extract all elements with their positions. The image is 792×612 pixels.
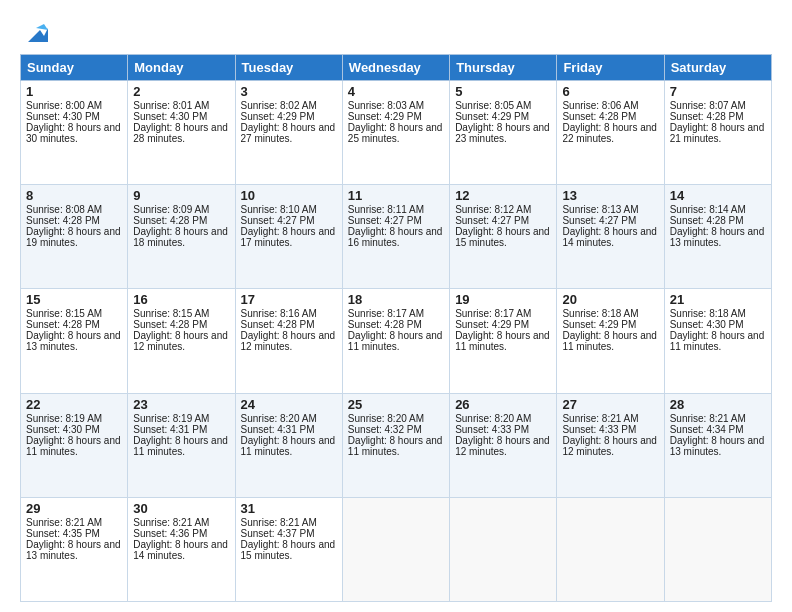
calendar-cell: 17Sunrise: 8:16 AMSunset: 4:28 PMDayligh… bbox=[235, 289, 342, 393]
day-number: 16 bbox=[133, 292, 229, 307]
day-number: 29 bbox=[26, 501, 122, 516]
day-number: 8 bbox=[26, 188, 122, 203]
sunrise-text: Sunrise: 8:18 AM bbox=[562, 308, 638, 319]
day-number: 25 bbox=[348, 397, 444, 412]
calendar-cell: 16Sunrise: 8:15 AMSunset: 4:28 PMDayligh… bbox=[128, 289, 235, 393]
day-number: 22 bbox=[26, 397, 122, 412]
daylight-text: Daylight: 8 hours and 28 minutes. bbox=[133, 122, 228, 144]
sunset-text: Sunset: 4:30 PM bbox=[670, 319, 744, 330]
calendar-cell: 10Sunrise: 8:10 AMSunset: 4:27 PMDayligh… bbox=[235, 185, 342, 289]
day-number: 3 bbox=[241, 84, 337, 99]
sunrise-text: Sunrise: 8:19 AM bbox=[133, 413, 209, 424]
sunset-text: Sunset: 4:28 PM bbox=[348, 319, 422, 330]
daylight-text: Daylight: 8 hours and 18 minutes. bbox=[133, 226, 228, 248]
daylight-text: Daylight: 8 hours and 14 minutes. bbox=[133, 539, 228, 561]
daylight-text: Daylight: 8 hours and 23 minutes. bbox=[455, 122, 550, 144]
daylight-text: Daylight: 8 hours and 19 minutes. bbox=[26, 226, 121, 248]
daylight-text: Daylight: 8 hours and 11 minutes. bbox=[455, 330, 550, 352]
sunset-text: Sunset: 4:28 PM bbox=[26, 319, 100, 330]
day-number: 30 bbox=[133, 501, 229, 516]
calendar-cell: 23Sunrise: 8:19 AMSunset: 4:31 PMDayligh… bbox=[128, 393, 235, 497]
calendar-header-row: SundayMondayTuesdayWednesdayThursdayFrid… bbox=[21, 55, 772, 81]
day-number: 9 bbox=[133, 188, 229, 203]
calendar-cell: 12Sunrise: 8:12 AMSunset: 4:27 PMDayligh… bbox=[450, 185, 557, 289]
day-number: 27 bbox=[562, 397, 658, 412]
sunset-text: Sunset: 4:36 PM bbox=[133, 528, 207, 539]
daylight-text: Daylight: 8 hours and 15 minutes. bbox=[455, 226, 550, 248]
day-number: 20 bbox=[562, 292, 658, 307]
daylight-text: Daylight: 8 hours and 30 minutes. bbox=[26, 122, 121, 144]
daylight-text: Daylight: 8 hours and 11 minutes. bbox=[26, 435, 121, 457]
calendar-cell bbox=[342, 497, 449, 601]
daylight-text: Daylight: 8 hours and 12 minutes. bbox=[455, 435, 550, 457]
daylight-text: Daylight: 8 hours and 11 minutes. bbox=[670, 330, 765, 352]
day-number: 19 bbox=[455, 292, 551, 307]
day-number: 6 bbox=[562, 84, 658, 99]
sunset-text: Sunset: 4:29 PM bbox=[562, 319, 636, 330]
sunset-text: Sunset: 4:30 PM bbox=[133, 111, 207, 122]
day-number: 4 bbox=[348, 84, 444, 99]
calendar-week-2: 8Sunrise: 8:08 AMSunset: 4:28 PMDaylight… bbox=[21, 185, 772, 289]
calendar-cell: 25Sunrise: 8:20 AMSunset: 4:32 PMDayligh… bbox=[342, 393, 449, 497]
daylight-text: Daylight: 8 hours and 17 minutes. bbox=[241, 226, 336, 248]
sunrise-text: Sunrise: 8:10 AM bbox=[241, 204, 317, 215]
sunset-text: Sunset: 4:35 PM bbox=[26, 528, 100, 539]
daylight-text: Daylight: 8 hours and 11 minutes. bbox=[133, 435, 228, 457]
day-number: 14 bbox=[670, 188, 766, 203]
calendar-cell: 4Sunrise: 8:03 AMSunset: 4:29 PMDaylight… bbox=[342, 81, 449, 185]
day-number: 23 bbox=[133, 397, 229, 412]
sunset-text: Sunset: 4:28 PM bbox=[562, 111, 636, 122]
sunrise-text: Sunrise: 8:08 AM bbox=[26, 204, 102, 215]
daylight-text: Daylight: 8 hours and 12 minutes. bbox=[562, 435, 657, 457]
sunset-text: Sunset: 4:31 PM bbox=[133, 424, 207, 435]
daylight-text: Daylight: 8 hours and 13 minutes. bbox=[26, 539, 121, 561]
calendar-cell: 20Sunrise: 8:18 AMSunset: 4:29 PMDayligh… bbox=[557, 289, 664, 393]
daylight-text: Daylight: 8 hours and 11 minutes. bbox=[348, 330, 443, 352]
daylight-text: Daylight: 8 hours and 16 minutes. bbox=[348, 226, 443, 248]
calendar-cell: 19Sunrise: 8:17 AMSunset: 4:29 PMDayligh… bbox=[450, 289, 557, 393]
sunset-text: Sunset: 4:32 PM bbox=[348, 424, 422, 435]
sunset-text: Sunset: 4:28 PM bbox=[133, 319, 207, 330]
calendar-week-4: 22Sunrise: 8:19 AMSunset: 4:30 PMDayligh… bbox=[21, 393, 772, 497]
day-number: 17 bbox=[241, 292, 337, 307]
sunset-text: Sunset: 4:34 PM bbox=[670, 424, 744, 435]
daylight-text: Daylight: 8 hours and 13 minutes. bbox=[670, 226, 765, 248]
sunrise-text: Sunrise: 8:15 AM bbox=[26, 308, 102, 319]
calendar-cell: 21Sunrise: 8:18 AMSunset: 4:30 PMDayligh… bbox=[664, 289, 771, 393]
sunset-text: Sunset: 4:29 PM bbox=[348, 111, 422, 122]
calendar-cell: 31Sunrise: 8:21 AMSunset: 4:37 PMDayligh… bbox=[235, 497, 342, 601]
sunrise-text: Sunrise: 8:20 AM bbox=[348, 413, 424, 424]
calendar-cell: 6Sunrise: 8:06 AMSunset: 4:28 PMDaylight… bbox=[557, 81, 664, 185]
sunset-text: Sunset: 4:33 PM bbox=[455, 424, 529, 435]
calendar-table: SundayMondayTuesdayWednesdayThursdayFrid… bbox=[20, 54, 772, 602]
logo-icon bbox=[22, 20, 50, 48]
daylight-text: Daylight: 8 hours and 12 minutes. bbox=[133, 330, 228, 352]
calendar-cell: 14Sunrise: 8:14 AMSunset: 4:28 PMDayligh… bbox=[664, 185, 771, 289]
sunset-text: Sunset: 4:29 PM bbox=[241, 111, 315, 122]
sunrise-text: Sunrise: 8:11 AM bbox=[348, 204, 424, 215]
sunrise-text: Sunrise: 8:21 AM bbox=[133, 517, 209, 528]
calendar-cell: 22Sunrise: 8:19 AMSunset: 4:30 PMDayligh… bbox=[21, 393, 128, 497]
calendar-cell: 28Sunrise: 8:21 AMSunset: 4:34 PMDayligh… bbox=[664, 393, 771, 497]
day-number: 18 bbox=[348, 292, 444, 307]
sunrise-text: Sunrise: 8:05 AM bbox=[455, 100, 531, 111]
sunset-text: Sunset: 4:37 PM bbox=[241, 528, 315, 539]
logo bbox=[20, 20, 50, 48]
sunrise-text: Sunrise: 8:17 AM bbox=[348, 308, 424, 319]
calendar-week-3: 15Sunrise: 8:15 AMSunset: 4:28 PMDayligh… bbox=[21, 289, 772, 393]
sunrise-text: Sunrise: 8:02 AM bbox=[241, 100, 317, 111]
sunrise-text: Sunrise: 8:13 AM bbox=[562, 204, 638, 215]
sunrise-text: Sunrise: 8:09 AM bbox=[133, 204, 209, 215]
sunrise-text: Sunrise: 8:20 AM bbox=[241, 413, 317, 424]
calendar-cell: 7Sunrise: 8:07 AMSunset: 4:28 PMDaylight… bbox=[664, 81, 771, 185]
calendar-cell: 5Sunrise: 8:05 AMSunset: 4:29 PMDaylight… bbox=[450, 81, 557, 185]
day-number: 28 bbox=[670, 397, 766, 412]
sunrise-text: Sunrise: 8:18 AM bbox=[670, 308, 746, 319]
day-number: 2 bbox=[133, 84, 229, 99]
sunrise-text: Sunrise: 8:16 AM bbox=[241, 308, 317, 319]
sunset-text: Sunset: 4:28 PM bbox=[26, 215, 100, 226]
day-number: 21 bbox=[670, 292, 766, 307]
calendar-cell: 15Sunrise: 8:15 AMSunset: 4:28 PMDayligh… bbox=[21, 289, 128, 393]
day-number: 11 bbox=[348, 188, 444, 203]
sunrise-text: Sunrise: 8:21 AM bbox=[26, 517, 102, 528]
